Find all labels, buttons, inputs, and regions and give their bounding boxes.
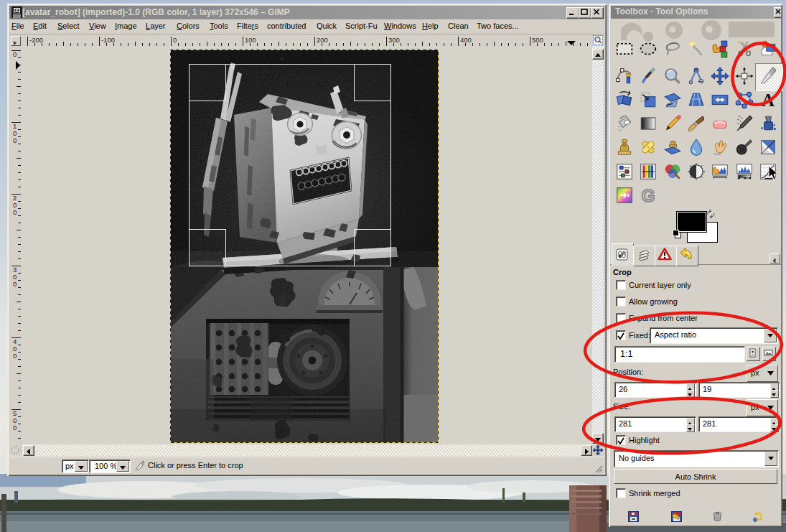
svg-text:G: G <box>642 186 655 205</box>
svg-text:0: 0 <box>13 280 17 288</box>
svg-text:0: 0 <box>173 36 177 44</box>
svg-text:400: 400 <box>460 36 472 44</box>
svg-text:0: 0 <box>13 50 17 58</box>
svg-text:-100: -100 <box>101 36 115 44</box>
svg-text:500: 500 <box>532 36 543 44</box>
svg-text:0: 0 <box>13 136 17 144</box>
svg-text:0: 0 <box>13 208 17 216</box>
svg-text:A: A <box>762 90 775 109</box>
svg-text:0: 0 <box>13 352 17 360</box>
svg-text:100: 100 <box>245 36 256 44</box>
svg-text:0: 0 <box>13 424 17 431</box>
svg-text:-200: -200 <box>29 36 43 44</box>
svg-text:300: 300 <box>388 36 400 44</box>
svg-text:200: 200 <box>317 36 328 44</box>
